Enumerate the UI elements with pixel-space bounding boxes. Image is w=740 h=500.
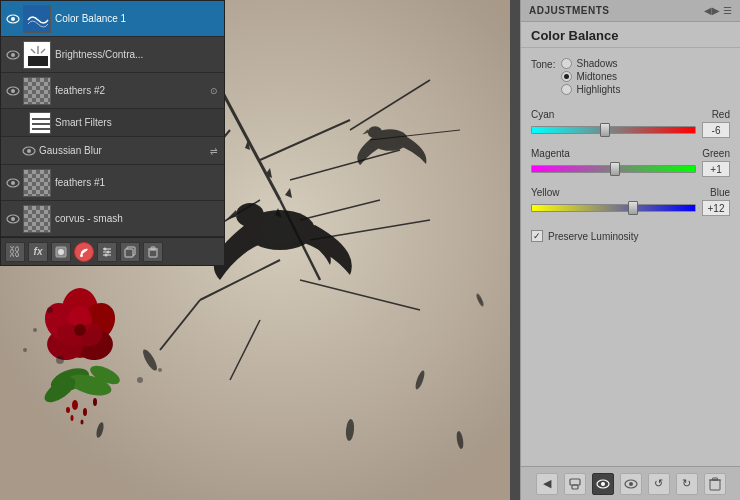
magenta-green-track[interactable]: [531, 165, 696, 173]
layer-name-feathers2: feathers #2: [55, 85, 105, 96]
layer-name-corvus: corvus - smash: [55, 213, 123, 224]
layer-name-brightness: Brightness/Contra...: [55, 49, 143, 60]
svg-point-77: [11, 181, 15, 185]
adjustments-sub-header: Color Balance: [521, 22, 740, 48]
svg-point-23: [236, 203, 264, 227]
magenta-green-thumb[interactable]: [610, 162, 620, 176]
svg-point-47: [83, 408, 87, 416]
adjustment-button[interactable]: [97, 242, 117, 262]
svg-point-59: [11, 17, 15, 21]
cyan-red-container: -6: [531, 122, 730, 138]
preserve-luminosity-group: ✓ Preserve Luminosity: [531, 230, 730, 242]
fx-button[interactable]: fx: [28, 242, 48, 262]
layer-thumb-feathers2: [23, 77, 51, 105]
layer-thumb-color-balance: [23, 5, 51, 33]
svg-rect-71: [32, 118, 50, 120]
svg-point-79: [11, 217, 15, 221]
svg-rect-100: [710, 480, 720, 490]
svg-point-48: [66, 407, 70, 413]
preserve-luminosity-label: Preserve Luminosity: [548, 231, 639, 242]
radio-highlights: [561, 84, 572, 95]
svg-point-82: [80, 254, 83, 257]
adj-trash-button[interactable]: [704, 473, 726, 495]
adjustments-header: ADJUSTMENTS ◀▶ ☰: [521, 0, 740, 22]
adj-back-button[interactable]: ◀: [536, 473, 558, 495]
midtones-label: Midtones: [576, 71, 617, 82]
cyan-red-section: Cyan Red -6: [531, 109, 730, 138]
adj-eye-button[interactable]: [592, 473, 614, 495]
header-icon-arrow[interactable]: ◀▶: [704, 5, 720, 16]
layer-name-feathers1: feathers #1: [55, 177, 105, 188]
svg-rect-95: [572, 485, 578, 489]
svg-point-50: [71, 415, 74, 421]
tone-text: Tone:: [531, 59, 555, 70]
cyan-red-value[interactable]: -6: [702, 122, 730, 138]
yellow-blue-thumb[interactable]: [628, 201, 638, 215]
color-balance-title: Color Balance: [531, 28, 618, 43]
svg-point-69: [11, 89, 15, 93]
svg-point-88: [105, 253, 108, 256]
preserve-luminosity-checkbox[interactable]: ✓: [531, 230, 543, 242]
yellow-blue-container: +12: [531, 200, 730, 216]
visibility-toggle-color-balance[interactable]: [5, 11, 21, 27]
delete-layer-button[interactable]: [143, 242, 163, 262]
adjustments-panel: ADJUSTMENTS ◀▶ ☰ Color Balance Tone: Sha…: [520, 0, 740, 500]
layer-row-brightness[interactable]: Brightness/Contra...: [1, 37, 224, 73]
adj-rotate-cw-button[interactable]: ↻: [676, 473, 698, 495]
chain-link-button[interactable]: ⛓: [5, 242, 25, 262]
visibility-toggle-gaussian[interactable]: [21, 143, 37, 159]
cyan-red-thumb[interactable]: [600, 123, 610, 137]
layer-row-color-balance[interactable]: Color Balance 1: [1, 1, 224, 37]
adjustments-header-icons: ◀▶ ☰: [704, 5, 732, 16]
cyan-red-labels: Cyan Red: [531, 109, 730, 120]
svg-point-62: [11, 53, 15, 57]
magenta-green-value[interactable]: +1: [702, 161, 730, 177]
svg-point-87: [107, 250, 110, 253]
brush-button[interactable]: [74, 242, 94, 262]
svg-point-45: [74, 324, 86, 336]
cyan-red-track[interactable]: [531, 126, 696, 134]
adjustments-body: Tone: Shadows Midtones Highlights: [521, 48, 740, 252]
yellow-blue-labels: Yellow Blue: [531, 187, 730, 198]
svg-rect-93: [151, 247, 155, 249]
tone-option-midtones[interactable]: Midtones: [561, 71, 620, 82]
layers-panel: Color Balance 1 Brightness/Contra... fea…: [0, 0, 225, 266]
yellow-blue-track[interactable]: [531, 204, 696, 212]
adj-rotate-ccw-button[interactable]: ↺: [648, 473, 670, 495]
tone-option-highlights[interactable]: Highlights: [561, 84, 620, 95]
adj-view-button[interactable]: [620, 473, 642, 495]
visibility-toggle-corvus[interactable]: [5, 211, 21, 227]
layer-name-gaussian-blur: Gaussian Blur: [39, 145, 102, 156]
svg-point-25: [368, 126, 382, 138]
layer-row-feathers2[interactable]: feathers #2 ⊙: [1, 73, 224, 109]
layer-name-color-balance: Color Balance 1: [55, 13, 126, 24]
layer-row-smart-filters[interactable]: Smart Filters: [1, 109, 224, 137]
green-label: Green: [702, 148, 730, 159]
svg-rect-72: [32, 123, 50, 125]
visibility-toggle-brightness[interactable]: [5, 47, 21, 63]
svg-point-53: [33, 328, 37, 332]
layer-row-corvus[interactable]: corvus - smash: [1, 201, 224, 237]
new-layer-button[interactable]: [120, 242, 140, 262]
gaussian-options-icon: ⇌: [210, 146, 218, 156]
svg-rect-94: [570, 479, 580, 485]
svg-point-81: [58, 249, 64, 255]
layer-name-smart-filters: Smart Filters: [55, 117, 112, 128]
tone-label: Tone: Shadows Midtones Highlights: [531, 58, 730, 95]
mask-button[interactable]: [51, 242, 71, 262]
visibility-toggle-feathers1[interactable]: [5, 175, 21, 191]
adj-clip-button[interactable]: [564, 473, 586, 495]
layer-row-feathers1[interactable]: feathers #1: [1, 165, 224, 201]
visibility-toggle-feathers2[interactable]: [5, 83, 21, 99]
cyan-label: Cyan: [531, 109, 554, 120]
layer-thumb-corvus: [23, 205, 51, 233]
tone-option-shadows[interactable]: Shadows: [561, 58, 620, 69]
layer-thumb-smart-filters: [29, 112, 51, 134]
magenta-green-section: Magenta Green +1: [531, 148, 730, 177]
yellow-blue-value[interactable]: +12: [702, 200, 730, 216]
magenta-label: Magenta: [531, 148, 570, 159]
yellow-label: Yellow: [531, 187, 560, 198]
red-label: Red: [712, 109, 730, 120]
layer-row-gaussian-blur[interactable]: Gaussian Blur ⇌: [1, 137, 224, 165]
header-icon-menu[interactable]: ☰: [723, 5, 732, 16]
